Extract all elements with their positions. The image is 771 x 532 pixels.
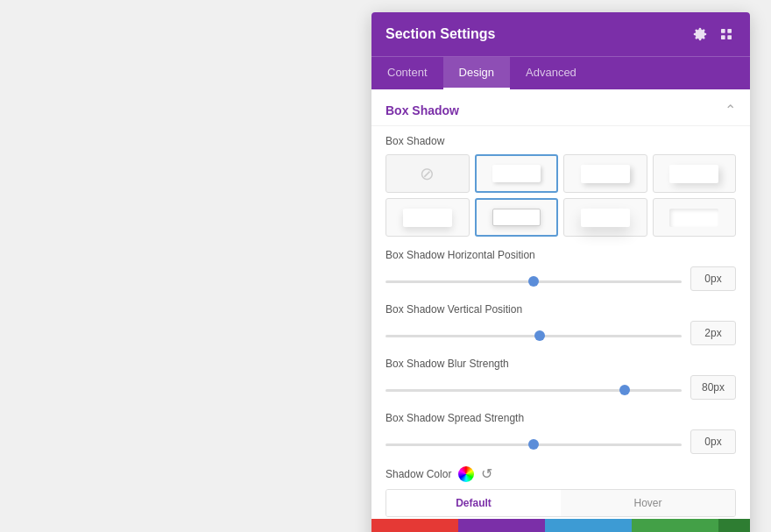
svg-rect-1 [721, 29, 725, 33]
shadow-color-label-row: Shadow Color ↺ [386, 466, 736, 482]
color-picker-icon[interactable] [458, 466, 474, 482]
tab-advanced[interactable]: Advanced [510, 57, 592, 89]
blur-strength-row: Box Shadow Blur Strength 80px [386, 358, 736, 400]
save-extra-button[interactable]: ▼ [718, 519, 750, 532]
box-shadow-field-label: Box Shadow [386, 135, 736, 147]
reset-button[interactable]: ↺ [458, 519, 545, 532]
tab-default[interactable]: Default [386, 490, 561, 516]
panel-body: Box Shadow ⌃ Box Shadow ⊘ [371, 89, 750, 519]
vertical-position-slider[interactable] [386, 335, 682, 337]
blur-strength-control: 80px [386, 375, 736, 400]
no-shadow-icon: ⊘ [420, 163, 435, 184]
panel-tabs: Content Design Advanced [371, 56, 750, 89]
shadow-color-label: Shadow Color [386, 468, 451, 480]
panel-title: Section Settings [386, 26, 495, 42]
shadow-preset-3[interactable] [653, 154, 737, 193]
spread-strength-value: 0px [690, 429, 736, 454]
save-button[interactable]: ✓ [632, 519, 718, 532]
blur-strength-label: Box Shadow Blur Strength [386, 358, 736, 370]
panel-header: Section Settings [371, 12, 750, 56]
horizontal-position-control: 0px [386, 266, 736, 291]
blur-strength-slider[interactable] [386, 389, 682, 392]
shadow-preset-1[interactable] [475, 154, 559, 193]
section-collapse-toggle[interactable]: ⌃ [725, 102, 736, 118]
blur-strength-value: 80px [690, 375, 736, 400]
horizontal-position-slider[interactable] [386, 280, 682, 283]
svg-rect-2 [727, 29, 732, 33]
vertical-position-value: 2px [690, 321, 736, 345]
shadow-preset-5-inner [492, 209, 541, 226]
box-shadow-content: Box Shadow ⊘ [371, 126, 750, 519]
svg-rect-4 [727, 35, 732, 39]
vertical-position-control: 2px [386, 321, 736, 345]
default-hover-tabs: Default Hover [386, 489, 736, 517]
spread-strength-row: Box Shadow Spread Strength 0px [386, 412, 736, 454]
tab-hover[interactable]: Hover [561, 490, 735, 516]
tab-design[interactable]: Design [443, 57, 510, 89]
shadow-preset-none[interactable]: ⊘ [386, 154, 470, 193]
panel-header-icons [690, 25, 736, 44]
box-shadow-title: Box Shadow [386, 103, 459, 117]
shadow-preset-6-inner [581, 209, 630, 227]
shadow-preset-4-inner [403, 209, 452, 227]
redo-button[interactable]: ↻ [545, 519, 632, 532]
shadow-color-section: Shadow Color ↺ Default Hover [386, 466, 736, 517]
box-shadow-section-header: Box Shadow ⌃ [371, 89, 750, 126]
tab-content[interactable]: Content [371, 57, 443, 89]
svg-rect-3 [721, 35, 725, 39]
shadow-presets-grid: ⊘ [386, 154, 736, 237]
shadow-preset-3-inner [669, 165, 718, 183]
shadow-preset-2-inner [581, 165, 630, 183]
shadow-preset-7[interactable] [653, 198, 737, 237]
vertical-position-row: Box Shadow Vertical Position 2px [386, 303, 736, 345]
horizontal-position-row: Box Shadow Horizontal Position 0px [386, 249, 736, 291]
cancel-button[interactable]: ✕ [371, 519, 458, 532]
shadow-preset-2[interactable] [563, 154, 647, 193]
settings-icon-btn[interactable] [690, 25, 710, 44]
shadow-preset-5[interactable] [475, 198, 559, 237]
bottom-action-bar: ✕ ↺ ↻ ✓ ▼ [371, 519, 750, 532]
shadow-preset-1-inner [492, 165, 541, 182]
horizontal-position-value: 0px [690, 266, 736, 291]
expand-icon [719, 27, 733, 41]
spread-strength-slider[interactable] [386, 443, 682, 446]
expand-icon-btn[interactable] [717, 25, 736, 44]
section-settings-panel: Section Settings Content Design Advanced… [371, 12, 750, 532]
spread-strength-label: Box Shadow Spread Strength [386, 412, 736, 424]
spread-strength-control: 0px [386, 429, 736, 454]
shadow-color-reset-icon[interactable]: ↺ [481, 467, 492, 481]
shadow-preset-7-inner [669, 209, 718, 227]
shadow-preset-4[interactable] [386, 198, 470, 237]
settings-icon [693, 27, 707, 41]
shadow-preset-6[interactable] [563, 198, 647, 237]
horizontal-position-label: Box Shadow Horizontal Position [386, 249, 736, 261]
vertical-position-label: Box Shadow Vertical Position [386, 303, 736, 316]
